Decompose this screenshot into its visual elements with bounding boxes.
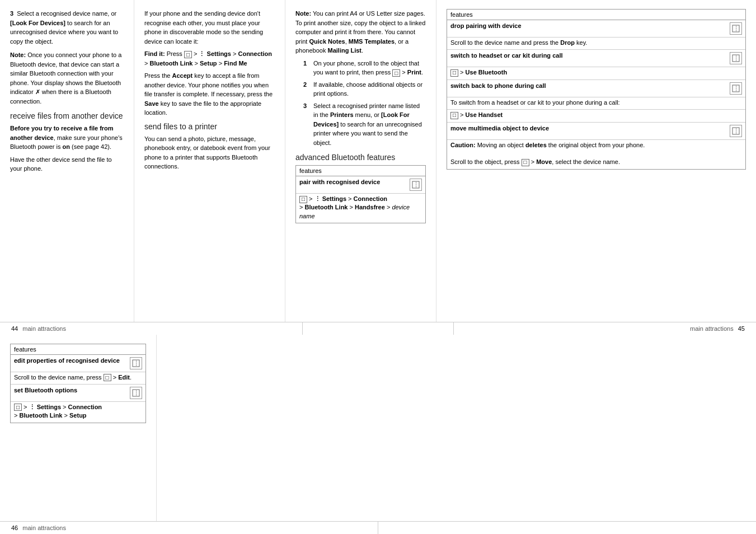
svg-text:┆: ┆ bbox=[735, 26, 738, 31]
features-box-46: features edit properties of recognised d… bbox=[10, 344, 146, 423]
footer-top-spread: 44 main attractions main attractions 45 bbox=[0, 322, 756, 335]
footer-page44: 44 main attractions bbox=[0, 322, 303, 335]
feature-drop-pairing: drop pairing with device ┆ bbox=[447, 20, 745, 38]
menu-key-icon: □ bbox=[184, 51, 192, 58]
note-bluetooth: Note: Once you connect your phone to a B… bbox=[10, 50, 124, 106]
menu-key-edit: □ bbox=[104, 374, 111, 381]
have-other-device-text: Have the other device send the file to y… bbox=[10, 155, 124, 174]
page-45-right: features drop pairing with device ┆ Scro… bbox=[436, 0, 756, 322]
page-44-right: If your phone and the sending device don… bbox=[134, 0, 285, 322]
feature-switch-phone-body: To switch from a headset or car kit to y… bbox=[447, 97, 745, 110]
page-46-col: features edit properties of recognised d… bbox=[0, 335, 157, 522]
menu-key-move: □ bbox=[522, 159, 529, 166]
step3-text: 3 Select a recognised device name, or [L… bbox=[10, 9, 124, 46]
feature-move-title: move multimedia object to device bbox=[450, 125, 549, 132]
print-key-icon: □ bbox=[392, 69, 400, 77]
feature-switch-headset: switch to headset or car kit during call… bbox=[447, 50, 745, 67]
printer-text: You can send a photo, picture, message, … bbox=[144, 134, 275, 171]
page-number-44: 44 bbox=[11, 325, 18, 332]
footer-page46: 46 main attractions bbox=[0, 522, 378, 534]
feature-pair-title: pair with recognised device bbox=[299, 179, 380, 185]
footer-bottom-spread: 46 main attractions bbox=[0, 521, 756, 534]
bluetooth-icon-drop: ┆ bbox=[730, 22, 742, 35]
spread-bottom: features edit properties of recognised d… bbox=[0, 335, 756, 522]
page-label-45: main attractions bbox=[690, 325, 734, 332]
page-45-left: Note: You can print A4 or US Letter size… bbox=[285, 0, 436, 322]
footer-spacer1 bbox=[303, 322, 454, 335]
features-box-pair: features pair with recognised device ┆ □… bbox=[295, 165, 426, 223]
page-container: 3 Select a recognised device name, or [L… bbox=[0, 0, 756, 534]
feature-edit-title: edit properties of recognised device bbox=[14, 357, 120, 364]
svg-text:┆: ┆ bbox=[735, 86, 738, 91]
feature-switch-headset-title: switch to headset or car kit during call bbox=[450, 52, 563, 59]
find-it-label: Find it: Press □ > ⋮ Settings > Connecti… bbox=[144, 49, 275, 68]
feature-set-bt: set Bluetooth options ┆ bbox=[11, 385, 145, 402]
page-label-46: main attractions bbox=[22, 524, 66, 531]
bluetooth-icon-headset: ┆ bbox=[730, 52, 742, 64]
accept-key-text: Press the Accept key to accept a file fr… bbox=[144, 71, 275, 118]
features-header: features bbox=[296, 166, 425, 176]
features-header-advanced: features bbox=[447, 10, 745, 20]
bluetooth-icon-pair: ┆ bbox=[410, 179, 422, 191]
bluetooth-icon-phone: ┆ bbox=[730, 82, 742, 95]
feature-move-multimedia: move multimedia object to device ┆ bbox=[447, 123, 745, 140]
feature-switch-phone: switch back to phone during call ┆ bbox=[447, 80, 745, 97]
feature-move-body: Caution: Moving an object deletes the or… bbox=[447, 140, 745, 169]
bluetooth-icon-set: ┆ bbox=[130, 387, 142, 399]
menu-key-headset: □ bbox=[450, 69, 458, 77]
print-note: Note: You can print A4 or US Letter size… bbox=[295, 9, 426, 55]
bluetooth-icon-edit: ┆ bbox=[130, 357, 142, 369]
feature-drop-title: drop pairing with device bbox=[450, 22, 522, 29]
page-number-46: 46 bbox=[11, 524, 18, 531]
page-number-45: 45 bbox=[738, 325, 745, 332]
svg-text:┆: ┆ bbox=[135, 360, 138, 366]
features-header-46: features bbox=[11, 344, 145, 355]
feature-drop-body: Scroll to the device name and press the … bbox=[447, 38, 745, 50]
bluetooth-icon-move: ┆ bbox=[730, 125, 742, 137]
feature-pair-body: □ > ⋮ Settings > Connection > Bluetooth … bbox=[296, 194, 425, 223]
feature-switch-phone-path: □ > Use Handset bbox=[447, 110, 745, 122]
page-44-left: 3 Select a recognised device name, or [L… bbox=[0, 0, 134, 322]
section-send-printer: send files to a printer bbox=[144, 122, 275, 131]
menu-key-pair: □ bbox=[299, 196, 307, 203]
footer-bottom-right bbox=[378, 522, 756, 534]
sending-device-note: If your phone and the sending device don… bbox=[144, 9, 275, 46]
feature-pair-row: pair with recognised device ┆ bbox=[296, 176, 425, 194]
page-label-44: main attractions bbox=[22, 325, 66, 332]
feature-switch-headset-path: □ > Use Bluetooth bbox=[447, 67, 745, 79]
features-box-advanced: features drop pairing with device ┆ Scro… bbox=[447, 9, 746, 170]
svg-text:┆: ┆ bbox=[735, 128, 738, 134]
svg-text:┆: ┆ bbox=[415, 182, 417, 188]
feature-edit-props: edit properties of recognised device ┆ bbox=[11, 355, 145, 372]
feature-edit-body: Scroll to the device name, press □ > Edi… bbox=[11, 372, 145, 385]
menu-key-phone: □ bbox=[450, 112, 458, 119]
feature-switch-phone-title: switch back to phone during call bbox=[450, 82, 546, 89]
spread-top: 3 Select a recognised device name, or [L… bbox=[0, 0, 756, 322]
menu-key-set: □ bbox=[14, 404, 22, 411]
section-receive-files: receive files from another device bbox=[10, 111, 124, 120]
svg-text:┆: ┆ bbox=[735, 55, 738, 61]
print-steps: 1 On your phone, scroll to the object th… bbox=[295, 59, 426, 148]
footer-page45: main attractions 45 bbox=[454, 322, 756, 335]
before-device-text: Before you try to receive a file from an… bbox=[10, 124, 124, 152]
page-46-empty bbox=[157, 335, 756, 522]
section-advanced-bt: advanced Bluetooth features bbox=[295, 153, 426, 162]
feature-set-bt-body: □ > ⋮ Settings > Connection > Bluetooth … bbox=[11, 402, 145, 423]
svg-text:┆: ┆ bbox=[135, 390, 138, 396]
feature-set-bt-title: set Bluetooth options bbox=[14, 387, 77, 394]
